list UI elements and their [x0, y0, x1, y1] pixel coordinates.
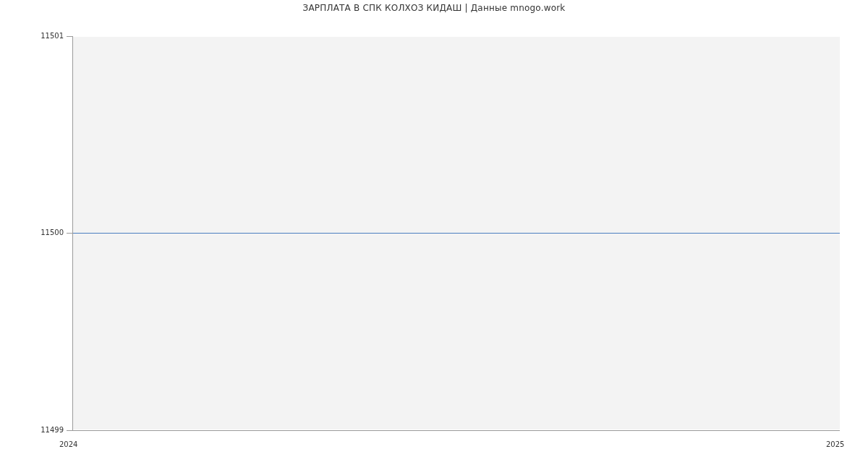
y-tick [67, 233, 72, 234]
x-tick-label: 2025 [826, 441, 844, 448]
plot-area [72, 36, 840, 431]
chart-title: ЗАРПЛАТА В СПК КОЛХОЗ КИДАШ | Данные mno… [0, 3, 868, 13]
y-tick [67, 36, 72, 37]
y-tick-label: 11500 [0, 229, 64, 236]
gridline [73, 430, 840, 430]
series-line-salary [73, 233, 840, 234]
chart-container: ЗАРПЛАТА В СПК КОЛХОЗ КИДАШ | Данные mno… [0, 0, 868, 470]
gridline [73, 36, 840, 37]
y-tick-label: 11499 [0, 427, 64, 434]
y-tick [67, 430, 72, 431]
y-tick-label: 11501 [0, 33, 64, 40]
x-tick-label: 2024 [59, 441, 77, 448]
